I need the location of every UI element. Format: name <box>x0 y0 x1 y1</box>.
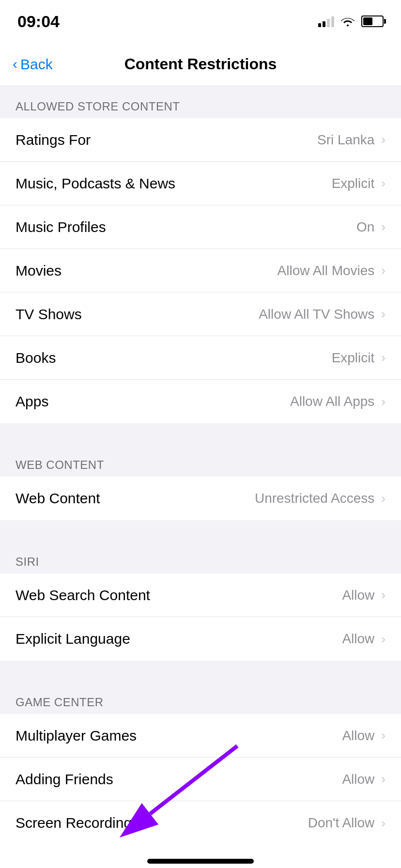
row-label-web-content: Web Content <box>15 490 100 507</box>
battery-icon <box>361 16 384 27</box>
row-movies[interactable]: Movies Allow All Movies › <box>0 249 401 293</box>
row-label-music-podcasts-news: Music, Podcasts & News <box>15 175 175 192</box>
chevron-right-icon: › <box>381 132 386 147</box>
row-right-movies: Allow All Movies › <box>278 263 386 279</box>
row-label-movies: Movies <box>15 263 62 279</box>
section-header-game-center: GAME CENTER <box>0 682 401 714</box>
row-label-ratings-for: Ratings For <box>15 132 91 148</box>
back-label: Back <box>20 56 53 73</box>
row-right-tv-shows: Allow All TV Shows › <box>259 307 386 322</box>
status-time: 09:04 <box>17 12 60 31</box>
row-right-apps: Allow All Apps › <box>290 394 386 409</box>
wifi-icon <box>341 16 355 27</box>
chevron-right-icon: › <box>381 307 386 322</box>
row-label-tv-shows: TV Shows <box>15 306 82 323</box>
row-tv-shows[interactable]: TV Shows Allow All TV Shows › <box>0 293 401 336</box>
battery-fill <box>363 17 372 25</box>
row-label-music-profiles: Music Profiles <box>15 219 106 235</box>
section-gap-game-center <box>0 661 401 682</box>
back-chevron-icon: ‹ <box>13 56 17 72</box>
row-adding-friends[interactable]: Adding Friends Allow › <box>0 758 401 801</box>
nav-bar: ‹ Back Content Restrictions <box>0 43 401 86</box>
page-wrapper: 09:04 ‹ Back Content Restrictions ALLOWE… <box>0 0 401 868</box>
settings-group-allowed-store-content: Ratings For Sri Lanka › Music, Podcasts … <box>0 118 401 423</box>
chevron-right-icon: › <box>381 728 386 743</box>
chevron-right-icon: › <box>381 176 386 191</box>
row-music-podcasts-news[interactable]: Music, Podcasts & News Explicit › <box>0 162 401 205</box>
row-books[interactable]: Books Explicit › <box>0 336 401 380</box>
row-multiplayer-games[interactable]: Multiplayer Games Allow › <box>0 714 401 758</box>
row-right-explicit-language: Allow › <box>342 631 386 647</box>
chevron-right-icon: › <box>381 263 386 278</box>
status-icons <box>318 16 384 27</box>
row-value-web-content: Unrestricted Access <box>255 491 374 506</box>
row-label-web-search-content: Web Search Content <box>15 587 150 604</box>
row-value-apps: Allow All Apps <box>290 394 374 409</box>
row-label-screen-recording: Screen Recording <box>15 815 132 831</box>
settings-group-siri: Web Search Content Allow › Explicit Lang… <box>0 574 401 661</box>
section-header-allowed-store-content: ALLOWED STORE CONTENT <box>0 86 401 118</box>
row-label-apps: Apps <box>15 393 48 410</box>
chevron-right-icon: › <box>381 632 386 647</box>
row-value-books: Explicit <box>332 350 375 366</box>
row-value-web-search-content: Allow <box>342 588 374 603</box>
row-value-music-podcasts-news: Explicit <box>332 176 375 191</box>
settings-group-web-content: Web Content Unrestricted Access › <box>0 477 401 520</box>
row-right-web-search-content: Allow › <box>342 588 386 603</box>
signal-bars-icon <box>318 16 334 27</box>
row-right-adding-friends: Allow › <box>342 772 386 787</box>
page-title: Content Restrictions <box>124 55 277 73</box>
row-value-movies: Allow All Movies <box>278 263 375 279</box>
row-label-explicit-language: Explicit Language <box>15 631 130 647</box>
row-value-music-profiles: On <box>356 219 374 235</box>
chevron-right-icon: › <box>381 219 386 234</box>
row-right-books: Explicit › <box>332 350 386 366</box>
row-right-multiplayer-games: Allow › <box>342 728 386 744</box>
section-header-siri: SIRI <box>0 542 401 574</box>
row-right-music-podcasts-news: Explicit › <box>332 176 386 191</box>
row-label-adding-friends: Adding Friends <box>15 771 113 788</box>
home-indicator <box>0 845 401 868</box>
chevron-right-icon: › <box>381 394 386 409</box>
settings-group-game-center: Multiplayer Games Allow › Adding Friends… <box>0 714 401 845</box>
row-web-search-content[interactable]: Web Search Content Allow › <box>0 574 401 617</box>
chevron-right-icon: › <box>381 491 386 506</box>
row-label-books: Books <box>15 350 56 366</box>
row-music-profiles[interactable]: Music Profiles On › <box>0 205 401 249</box>
chevron-right-icon: › <box>381 772 386 787</box>
row-value-adding-friends: Allow <box>342 772 374 787</box>
section-gap-siri <box>0 520 401 542</box>
row-apps[interactable]: Apps Allow All Apps › <box>0 380 401 423</box>
row-value-tv-shows: Allow All TV Shows <box>259 307 374 322</box>
row-right-ratings-for: Sri Lanka › <box>317 132 386 148</box>
home-indicator-bar <box>147 859 254 864</box>
row-explicit-language[interactable]: Explicit Language Allow › <box>0 617 401 661</box>
row-screen-recording[interactable]: Screen Recording Don't Allow › <box>0 801 401 845</box>
row-value-ratings-for: Sri Lanka <box>317 132 374 148</box>
row-right-music-profiles: On › <box>356 219 386 235</box>
chevron-right-icon: › <box>381 350 386 365</box>
row-value-multiplayer-games: Allow <box>342 728 374 744</box>
status-bar: 09:04 <box>0 0 401 43</box>
row-ratings-for[interactable]: Ratings For Sri Lanka › <box>0 118 401 162</box>
chevron-right-icon: › <box>381 816 386 831</box>
chevron-right-icon: › <box>381 588 386 603</box>
section-gap-web-content <box>0 423 401 445</box>
row-value-explicit-language: Allow <box>342 631 374 647</box>
back-button[interactable]: ‹ Back <box>13 56 53 73</box>
row-label-multiplayer-games: Multiplayer Games <box>15 728 137 744</box>
row-right-web-content: Unrestricted Access › <box>255 491 386 506</box>
row-web-content[interactable]: Web Content Unrestricted Access › <box>0 477 401 520</box>
section-header-web-content: WEB CONTENT <box>0 445 401 477</box>
row-value-screen-recording: Don't Allow <box>308 815 375 831</box>
row-right-screen-recording: Don't Allow › <box>308 815 386 831</box>
